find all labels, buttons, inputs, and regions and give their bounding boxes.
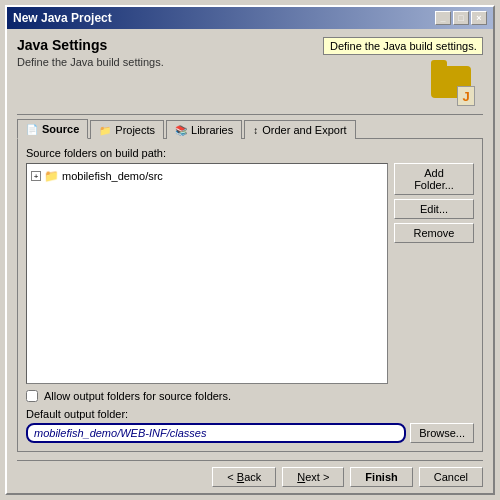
tab-projects[interactable]: 📁 Projects (90, 120, 164, 139)
action-buttons: Add Folder... Edit... Remove (394, 163, 474, 384)
source-panel-row: + 📁 mobilefish_demo/src Add Folder... Ed… (26, 163, 474, 384)
tooltip-box: Define the Java build settings. (323, 37, 483, 55)
output-folder-input[interactable] (26, 423, 406, 443)
tab-libraries[interactable]: 📚 Libraries (166, 120, 242, 139)
back-button[interactable]: < Back (212, 467, 276, 487)
header-section: Java Settings Define the Java build sett… (17, 37, 483, 106)
java-icon: J (457, 86, 475, 106)
tree-item-label: mobilefish_demo/src (62, 170, 163, 182)
tab-order-label: Order and Export (262, 124, 346, 136)
output-section: Default output folder: Browse... (26, 408, 474, 443)
order-tab-icon: ↕ (253, 125, 258, 136)
main-window: New Java Project _ □ × Java Settings Def… (5, 5, 495, 495)
add-folder-button[interactable]: Add Folder... (394, 163, 474, 195)
remove-button[interactable]: Remove (394, 223, 474, 243)
next-label: Next > (297, 471, 329, 483)
icon-and-tooltip: Define the Java build settings. J (323, 37, 483, 106)
minimize-button[interactable]: _ (435, 11, 451, 25)
tab-order[interactable]: ↕ Order and Export (244, 120, 355, 139)
tab-source[interactable]: 📄 Source (17, 119, 88, 139)
cancel-label: Cancel (434, 471, 468, 483)
finish-label: Finish (365, 471, 397, 483)
source-tab-panel: Source folders on build path: + 📁 mobile… (17, 138, 483, 452)
tab-source-label: Source (42, 123, 79, 135)
header-title: Java Settings (17, 37, 323, 53)
close-button[interactable]: × (471, 11, 487, 25)
header-text: Java Settings Define the Java build sett… (17, 37, 323, 68)
browse-button[interactable]: Browse... (410, 423, 474, 443)
footer-buttons: < Back Next > Finish Cancel (17, 460, 483, 487)
checkbox-label: Allow output folders for source folders. (44, 390, 231, 402)
tabs-row: 📄 Source 📁 Projects 📚 Libraries ↕ Order … (17, 119, 483, 139)
back-label: < Back (227, 471, 261, 483)
projects-tab-icon: 📁 (99, 125, 111, 136)
tab-libraries-label: Libraries (191, 124, 233, 136)
tree-folder-icon: 📁 (44, 169, 59, 183)
header-icon: J (427, 58, 475, 106)
libraries-tab-icon: 📚 (175, 125, 187, 136)
allow-output-checkbox[interactable] (26, 390, 38, 402)
window-title: New Java Project (13, 11, 112, 25)
title-bar-buttons: _ □ × (435, 11, 487, 25)
edit-button[interactable]: Edit... (394, 199, 474, 219)
tooltip-text: Define the Java build settings. (330, 40, 477, 52)
next-button[interactable]: Next > (282, 467, 344, 487)
header-description: Define the Java build settings. (17, 56, 323, 68)
output-label: Default output folder: (26, 408, 474, 420)
title-bar: New Java Project _ □ × (7, 7, 493, 29)
maximize-button[interactable]: □ (453, 11, 469, 25)
content-area: Java Settings Define the Java build sett… (7, 29, 493, 493)
tree-item: + 📁 mobilefish_demo/src (31, 168, 383, 184)
tab-projects-label: Projects (115, 124, 155, 136)
source-tree[interactable]: + 📁 mobilefish_demo/src (26, 163, 388, 384)
output-row: Browse... (26, 423, 474, 443)
source-tab-icon: 📄 (26, 124, 38, 135)
separator (17, 114, 483, 115)
finish-button[interactable]: Finish (350, 467, 412, 487)
cancel-button[interactable]: Cancel (419, 467, 483, 487)
source-folders-label: Source folders on build path: (26, 147, 474, 159)
tree-expand-button[interactable]: + (31, 171, 41, 181)
checkbox-row: Allow output folders for source folders. (26, 390, 474, 402)
